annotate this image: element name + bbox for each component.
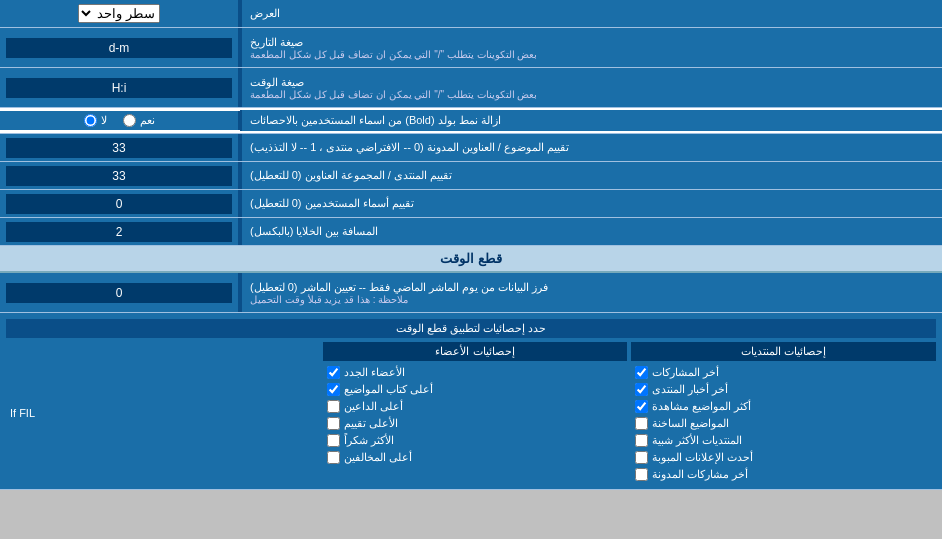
forum-stat-3-checkbox[interactable]: [635, 400, 648, 413]
topic-sort-label: تقييم الموضوع / العناوين المدونة (0 -- ا…: [240, 134, 942, 161]
time-cutoff-sublabel: ملاحظة : هذا قد يزيد قبلأ وقت التحميل: [250, 294, 408, 305]
header-title: العرض: [250, 7, 280, 20]
user-sort-input-container: [0, 190, 240, 217]
bold-remove-options: نعم لا: [0, 111, 240, 130]
date-format-row: صيغة التاريخ بعض التكوينات يتطلب "/" الت…: [0, 28, 942, 68]
list-item: الأعضاء الجدد: [323, 364, 628, 381]
member-stat-5-checkbox[interactable]: [327, 434, 340, 447]
list-item: أعلى الداعين: [323, 398, 628, 415]
forum-stats-col: إحصائيات المنتديات أخر المشاركات أخر أخب…: [631, 342, 936, 483]
date-format-sublabel: بعض التكوينات يتطلب "/" التي يمكن ان تضا…: [250, 49, 537, 60]
header-row: العرض سطر واحدسطرانثلاثة أسطر: [0, 0, 942, 28]
forum-stat-1-checkbox[interactable]: [635, 366, 648, 379]
label-col: If FIL: [6, 342, 319, 483]
member-stats-header: إحصائيات الأعضاء: [323, 342, 628, 361]
topic-sort-input-container: [0, 134, 240, 161]
time-cutoff-input[interactable]: [6, 283, 232, 303]
header-label: العرض: [240, 0, 942, 27]
forum-stat-5-checkbox[interactable]: [635, 434, 648, 447]
bold-yes-option[interactable]: نعم: [123, 114, 155, 127]
user-sort-row: تقييم أسماء المستخدمين (0 للتعطيل): [0, 190, 942, 218]
date-format-input[interactable]: [6, 38, 232, 58]
user-sort-input[interactable]: [6, 194, 232, 214]
stats-section: حدد إحصائيات لتطبيق قطع الوقت إحصائيات ا…: [0, 313, 942, 490]
list-item: أعلى كتاب المواضيع: [323, 381, 628, 398]
member-stat-4-checkbox[interactable]: [327, 417, 340, 430]
bold-no-radio[interactable]: [84, 114, 97, 127]
time-format-row: صيغة الوقت بعض التكوينات يتطلب "/" التي …: [0, 68, 942, 108]
cell-spacing-row: المسافة بين الخلايا (بالبكسل): [0, 218, 942, 246]
time-format-input[interactable]: [6, 78, 232, 98]
time-cutoff-header: قطع الوقت: [0, 246, 942, 273]
list-item: الأعلى تقييم: [323, 415, 628, 432]
date-format-input-container: [0, 28, 240, 67]
list-item: أكثر المواضيع مشاهدة: [631, 398, 936, 415]
cell-spacing-input-container: [0, 218, 240, 245]
stats-grid: إحصائيات المنتديات أخر المشاركات أخر أخب…: [6, 342, 936, 483]
bold-yes-radio[interactable]: [123, 114, 136, 127]
bold-no-option[interactable]: لا: [84, 114, 107, 127]
time-cutoff-label: فرز البيانات من يوم الماشر الماضي فقط --…: [240, 273, 942, 312]
list-item: أخر المشاركات: [631, 364, 936, 381]
user-sort-label: تقييم أسماء المستخدمين (0 للتعطيل): [240, 190, 942, 217]
list-item: أحدث الإعلانات المبوبة: [631, 449, 936, 466]
forum-sort-input-container: [0, 162, 240, 189]
forum-sort-input[interactable]: [6, 166, 232, 186]
forum-stat-2-checkbox[interactable]: [635, 383, 648, 396]
forum-sort-label: تقييم المنتدى / المجموعة العناوين (0 للت…: [240, 162, 942, 189]
time-format-input-container: [0, 68, 240, 107]
forum-stat-6-checkbox[interactable]: [635, 451, 648, 464]
cell-spacing-input[interactable]: [6, 222, 232, 242]
date-format-label: صيغة التاريخ بعض التكوينات يتطلب "/" الت…: [240, 28, 942, 67]
stats-header: حدد إحصائيات لتطبيق قطع الوقت: [6, 319, 936, 338]
member-stat-3-checkbox[interactable]: [327, 400, 340, 413]
cell-spacing-label: المسافة بين الخلايا (بالبكسل): [240, 218, 942, 245]
display-dropdown[interactable]: سطر واحدسطرانثلاثة أسطر: [78, 4, 160, 23]
bold-remove-label: ازالة نمط بولد (Bold) من اسماء المستخدمي…: [240, 110, 942, 131]
list-item: الأكثر شكراً: [323, 432, 628, 449]
forum-stats-header: إحصائيات المنتديات: [631, 342, 936, 361]
member-stat-6-checkbox[interactable]: [327, 451, 340, 464]
member-stat-1-checkbox[interactable]: [327, 366, 340, 379]
member-stat-2-checkbox[interactable]: [327, 383, 340, 396]
header-dropdown-container: سطر واحدسطرانثلاثة أسطر: [0, 0, 240, 27]
list-item: المنتديات الأكثر شبية: [631, 432, 936, 449]
forum-stat-7-checkbox[interactable]: [635, 468, 648, 481]
time-format-label: صيغة الوقت بعض التكوينات يتطلب "/" التي …: [240, 68, 942, 107]
forum-sort-row: تقييم المنتدى / المجموعة العناوين (0 للت…: [0, 162, 942, 190]
list-item: أعلى المخالفين: [323, 449, 628, 466]
list-item: أخر مشاركات المدونة: [631, 466, 936, 483]
topic-sort-row: تقييم الموضوع / العناوين المدونة (0 -- ا…: [0, 134, 942, 162]
time-cutoff-row: فرز البيانات من يوم الماشر الماضي فقط --…: [0, 273, 942, 313]
time-cutoff-input-container: [0, 273, 240, 312]
topic-sort-input[interactable]: [6, 138, 232, 158]
member-stats-col: إحصائيات الأعضاء الأعضاء الجدد أعلى كتاب…: [323, 342, 628, 483]
list-item: المواضيع الساخنة: [631, 415, 936, 432]
time-format-sublabel: بعض التكوينات يتطلب "/" التي يمكن ان تضا…: [250, 89, 537, 100]
list-item: أخر أخبار المنتدى: [631, 381, 936, 398]
bold-remove-row: ازالة نمط بولد (Bold) من اسماء المستخدمي…: [0, 108, 942, 134]
forum-stat-4-checkbox[interactable]: [635, 417, 648, 430]
